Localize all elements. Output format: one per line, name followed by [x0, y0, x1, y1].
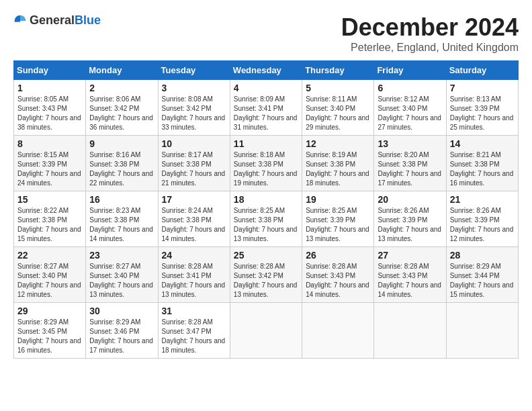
cell-content: Sunrise: 8:21 AMSunset: 3:38 PMDaylight:… [450, 150, 515, 188]
day-number: 22 [17, 250, 82, 261]
day-number: 14 [450, 138, 515, 149]
day-number: 9 [89, 138, 154, 149]
table-row: 20Sunrise: 8:26 AMSunset: 3:39 PMDayligh… [374, 191, 446, 247]
logo-text: GeneralBlue [30, 13, 101, 28]
table-row: 13Sunrise: 8:20 AMSunset: 3:38 PMDayligh… [374, 136, 446, 191]
day-number: 28 [450, 250, 515, 261]
day-number: 12 [306, 138, 370, 149]
table-row: 23Sunrise: 8:27 AMSunset: 3:40 PMDayligh… [86, 247, 158, 303]
cell-content: Sunrise: 8:26 AMSunset: 3:39 PMDaylight:… [450, 206, 515, 244]
day-number: 27 [378, 250, 442, 261]
cell-content: Sunrise: 8:27 AMSunset: 3:40 PMDaylight:… [17, 262, 82, 300]
cell-content: Sunrise: 8:17 AMSunset: 3:38 PMDaylight:… [162, 150, 226, 188]
svg-rect-0 [15, 21, 20, 22]
table-row: 11Sunrise: 8:18 AMSunset: 3:38 PMDayligh… [230, 136, 302, 191]
cell-content: Sunrise: 8:29 AMSunset: 3:46 PMDaylight:… [89, 318, 154, 355]
table-row: 9Sunrise: 8:16 AMSunset: 3:38 PMDaylight… [86, 136, 158, 191]
day-number: 4 [234, 83, 298, 93]
cell-content: Sunrise: 8:25 AMSunset: 3:38 PMDaylight:… [234, 206, 298, 244]
cell-content: Sunrise: 8:13 AMSunset: 3:39 PMDaylight:… [450, 95, 515, 132]
table-row: 25Sunrise: 8:28 AMSunset: 3:42 PMDayligh… [230, 247, 302, 303]
location-subtitle: Peterlee, England, United Kingdom [341, 42, 519, 54]
day-number: 18 [234, 194, 298, 205]
calendar-table: Sunday Monday Tuesday Wednesday Thursday… [13, 60, 519, 359]
day-number: 7 [450, 83, 515, 93]
table-row [230, 303, 302, 359]
cell-content: Sunrise: 8:28 AMSunset: 3:43 PMDaylight:… [378, 262, 442, 300]
day-number: 15 [17, 194, 82, 205]
cell-content: Sunrise: 8:12 AMSunset: 3:40 PMDaylight:… [378, 95, 442, 132]
table-row: 1Sunrise: 8:05 AMSunset: 3:43 PMDaylight… [14, 80, 86, 136]
table-row: 22Sunrise: 8:27 AMSunset: 3:40 PMDayligh… [14, 247, 86, 303]
table-row: 18Sunrise: 8:25 AMSunset: 3:38 PMDayligh… [230, 191, 302, 247]
day-number: 24 [162, 250, 226, 261]
table-row: 14Sunrise: 8:21 AMSunset: 3:38 PMDayligh… [446, 136, 518, 191]
table-row: 8Sunrise: 8:15 AMSunset: 3:39 PMDaylight… [14, 136, 86, 191]
col-monday: Monday [86, 61, 158, 80]
table-row: 24Sunrise: 8:28 AMSunset: 3:41 PMDayligh… [158, 247, 230, 303]
table-row: 30Sunrise: 8:29 AMSunset: 3:46 PMDayligh… [86, 303, 158, 359]
table-row: 5Sunrise: 8:11 AMSunset: 3:40 PMDaylight… [302, 80, 374, 136]
day-number: 26 [306, 250, 370, 261]
calendar-week-row: 29Sunrise: 8:29 AMSunset: 3:45 PMDayligh… [14, 303, 519, 359]
calendar-week-row: 8Sunrise: 8:15 AMSunset: 3:39 PMDaylight… [14, 136, 519, 191]
day-number: 5 [306, 83, 370, 93]
day-number: 16 [89, 194, 154, 205]
col-wednesday: Wednesday [230, 61, 302, 80]
col-saturday: Saturday [446, 61, 518, 80]
table-row: 15Sunrise: 8:22 AMSunset: 3:38 PMDayligh… [14, 191, 86, 247]
cell-content: Sunrise: 8:28 AMSunset: 3:42 PMDaylight:… [234, 262, 298, 300]
table-row [302, 303, 374, 359]
cell-content: Sunrise: 8:18 AMSunset: 3:38 PMDaylight:… [234, 150, 298, 188]
day-number: 2 [89, 83, 154, 93]
table-row [446, 303, 518, 359]
col-tuesday: Tuesday [158, 61, 230, 80]
table-row [374, 303, 446, 359]
cell-content: Sunrise: 8:29 AMSunset: 3:45 PMDaylight:… [17, 318, 82, 355]
logo-icon [13, 14, 27, 28]
day-number: 30 [89, 306, 154, 316]
day-number: 25 [234, 250, 298, 261]
table-row: 19Sunrise: 8:25 AMSunset: 3:39 PMDayligh… [302, 191, 374, 247]
col-thursday: Thursday [302, 61, 374, 80]
day-number: 8 [17, 138, 82, 149]
logo: GeneralBlue [13, 13, 101, 28]
cell-content: Sunrise: 8:26 AMSunset: 3:39 PMDaylight:… [378, 206, 442, 244]
table-row: 10Sunrise: 8:17 AMSunset: 3:38 PMDayligh… [158, 136, 230, 191]
table-row: 17Sunrise: 8:24 AMSunset: 3:38 PMDayligh… [158, 191, 230, 247]
table-row: 4Sunrise: 8:09 AMSunset: 3:41 PMDaylight… [230, 80, 302, 136]
day-number: 29 [17, 306, 82, 316]
cell-content: Sunrise: 8:06 AMSunset: 3:42 PMDaylight:… [89, 95, 154, 132]
cell-content: Sunrise: 8:25 AMSunset: 3:39 PMDaylight:… [306, 206, 370, 244]
day-number: 17 [162, 194, 226, 205]
table-row: 7Sunrise: 8:13 AMSunset: 3:39 PMDaylight… [446, 80, 518, 136]
table-row: 27Sunrise: 8:28 AMSunset: 3:43 PMDayligh… [374, 247, 446, 303]
calendar-week-row: 22Sunrise: 8:27 AMSunset: 3:40 PMDayligh… [14, 247, 519, 303]
day-number: 19 [306, 194, 370, 205]
day-number: 3 [162, 83, 226, 93]
cell-content: Sunrise: 8:08 AMSunset: 3:42 PMDaylight:… [162, 95, 226, 132]
logo-general: General [30, 13, 75, 27]
table-row: 6Sunrise: 8:12 AMSunset: 3:40 PMDaylight… [374, 80, 446, 136]
day-number: 21 [450, 194, 515, 205]
cell-content: Sunrise: 8:15 AMSunset: 3:39 PMDaylight:… [17, 150, 82, 188]
col-friday: Friday [374, 61, 446, 80]
cell-content: Sunrise: 8:05 AMSunset: 3:43 PMDaylight:… [17, 95, 82, 132]
table-row: 12Sunrise: 8:19 AMSunset: 3:38 PMDayligh… [302, 136, 374, 191]
col-sunday: Sunday [14, 61, 86, 80]
cell-content: Sunrise: 8:23 AMSunset: 3:38 PMDaylight:… [89, 206, 154, 244]
calendar-header-row: Sunday Monday Tuesday Wednesday Thursday… [14, 61, 519, 80]
cell-content: Sunrise: 8:27 AMSunset: 3:40 PMDaylight:… [89, 262, 154, 300]
month-title: December 2024 [341, 13, 519, 42]
cell-content: Sunrise: 8:20 AMSunset: 3:38 PMDaylight:… [378, 150, 442, 188]
day-number: 20 [378, 194, 442, 205]
table-row: 16Sunrise: 8:23 AMSunset: 3:38 PMDayligh… [86, 191, 158, 247]
cell-content: Sunrise: 8:19 AMSunset: 3:38 PMDaylight:… [306, 150, 370, 188]
table-row: 2Sunrise: 8:06 AMSunset: 3:42 PMDaylight… [86, 80, 158, 136]
calendar-week-row: 15Sunrise: 8:22 AMSunset: 3:38 PMDayligh… [14, 191, 519, 247]
table-row: 21Sunrise: 8:26 AMSunset: 3:39 PMDayligh… [446, 191, 518, 247]
day-number: 6 [378, 83, 442, 93]
day-number: 23 [89, 250, 154, 261]
cell-content: Sunrise: 8:28 AMSunset: 3:47 PMDaylight:… [162, 318, 226, 355]
day-number: 13 [378, 138, 442, 149]
